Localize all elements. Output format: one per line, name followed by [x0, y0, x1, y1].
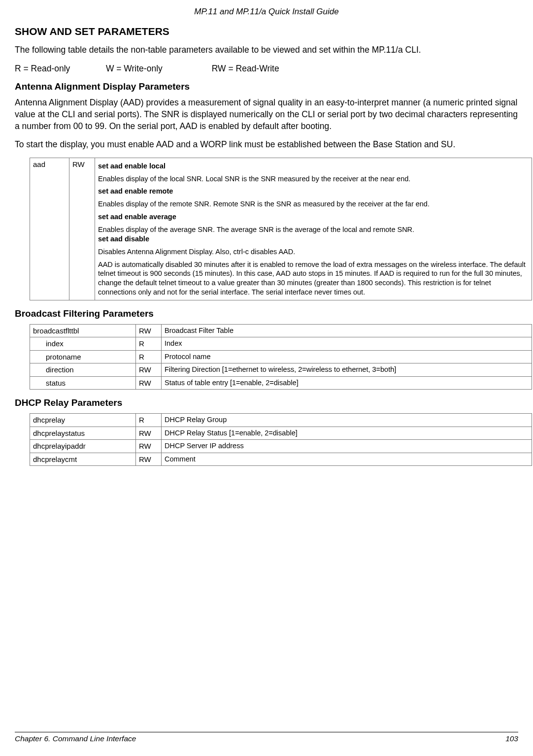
param-access: R: [136, 337, 162, 351]
param-desc: Index: [162, 337, 532, 351]
param-name: aad: [30, 158, 69, 300]
dhcp-table: dhcprelayRDHCP Relay Groupdhcprelaystatu…: [30, 413, 532, 466]
legend-w: W = Write-only: [106, 63, 209, 75]
param-desc: Filtering Direction [1=ethernet to wirel…: [162, 363, 532, 377]
param-desc: DHCP Relay Group: [162, 414, 532, 427]
param-access: RW: [136, 324, 162, 337]
aad-table: aad RW set aad enable local Enables disp…: [30, 158, 532, 300]
access-legend: R = Read-only W = Write-only RW = Read-W…: [15, 63, 518, 75]
table-row: dhcprelayRDHCP Relay Group: [30, 414, 532, 427]
desc-text: Disables Antenna Alignment Display. Also…: [98, 245, 529, 258]
param-name: dhcprelaystatus: [30, 427, 136, 440]
param-desc: Broadcast Filter Table: [162, 324, 532, 337]
table-row: dhcprelayipaddrRWDHCP Server IP address: [30, 440, 532, 453]
footer-left: Chapter 6. Command Line Interface: [15, 734, 136, 743]
footer-right: 103: [505, 734, 518, 743]
table-row: dhcprelaystatusRWDHCP Relay Status [1=en…: [30, 427, 532, 440]
desc-text: AAD is automatically disabled 30 minutes…: [98, 258, 529, 298]
param-access: RW: [136, 453, 162, 466]
table-row: aad RW set aad enable local Enables disp…: [30, 158, 532, 300]
page-header: MP.11 and MP.11/a Quick Install Guide: [15, 7, 518, 17]
param-name: status: [30, 376, 136, 390]
param-access: R: [136, 414, 162, 427]
table-row: directionRWFiltering Direction [1=ethern…: [30, 363, 532, 377]
aad-paragraph-2: To start the display, you must enable AA…: [15, 139, 518, 151]
subsection-aad: Antenna Alignment Display Parameters: [15, 81, 518, 92]
param-desc: DHCP Server IP address: [162, 440, 532, 453]
param-access: RW: [136, 440, 162, 453]
aad-paragraph-1: Antenna Alignment Display (AAD) provides…: [15, 97, 518, 132]
param-name: direction: [30, 363, 136, 377]
param-desc: Protocol name: [162, 350, 532, 363]
desc-text: Enables display of the average SNR. The …: [98, 223, 529, 234]
param-name: protoname: [30, 350, 136, 363]
table-row: broadcastflttblRWBroadcast Filter Table: [30, 324, 532, 337]
desc-text: Enables display of the remote SNR. Remot…: [98, 197, 529, 210]
subsection-bf: Broadcast Filtering Parameters: [15, 308, 518, 319]
intro-paragraph: The following table details the non-tabl…: [15, 44, 518, 56]
param-access: RW: [136, 376, 162, 390]
param-access: R: [136, 350, 162, 363]
param-name: dhcprelay: [30, 414, 136, 427]
table-row: statusRWStatus of table entry [1=enable,…: [30, 376, 532, 390]
param-desc: DHCP Relay Status [1=enable, 2=disable]: [162, 427, 532, 440]
table-row: protonameRProtocol name: [30, 350, 532, 363]
param-access: RW: [136, 427, 162, 440]
subsection-dhcp: DHCP Relay Parameters: [15, 397, 518, 408]
bf-table: broadcastflttblRWBroadcast Filter Tablei…: [30, 324, 532, 390]
legend-rw: RW = Read-Write: [212, 63, 279, 75]
param-desc: Status of table entry [1=enable, 2=disab…: [162, 376, 532, 390]
cmd: set aad enable average: [98, 210, 529, 223]
cmd: set aad enable local: [98, 160, 529, 172]
cmd: set aad enable remote: [98, 185, 529, 197]
param-access: RW: [69, 158, 95, 300]
section-heading: SHOW AND SET PARAMETERS: [15, 26, 518, 37]
param-desc: set aad enable local Enables display of …: [95, 158, 532, 300]
page: MP.11 and MP.11/a Quick Install Guide SH…: [0, 0, 533, 756]
param-access: RW: [136, 363, 162, 377]
legend-r: R = Read-only: [15, 63, 103, 75]
param-name: index: [30, 337, 136, 351]
param-name: broadcastflttbl: [30, 324, 136, 337]
param-desc: Comment: [162, 453, 532, 466]
table-row: dhcprelaycmtRWComment: [30, 453, 532, 466]
cmd: set aad disable: [98, 234, 529, 245]
param-name: dhcprelayipaddr: [30, 440, 136, 453]
desc-text: Enables display of the local SNR. Local …: [98, 172, 529, 185]
param-name: dhcprelaycmt: [30, 453, 136, 466]
page-footer: Chapter 6. Command Line Interface 103: [15, 732, 518, 743]
table-row: indexRIndex: [30, 337, 532, 351]
